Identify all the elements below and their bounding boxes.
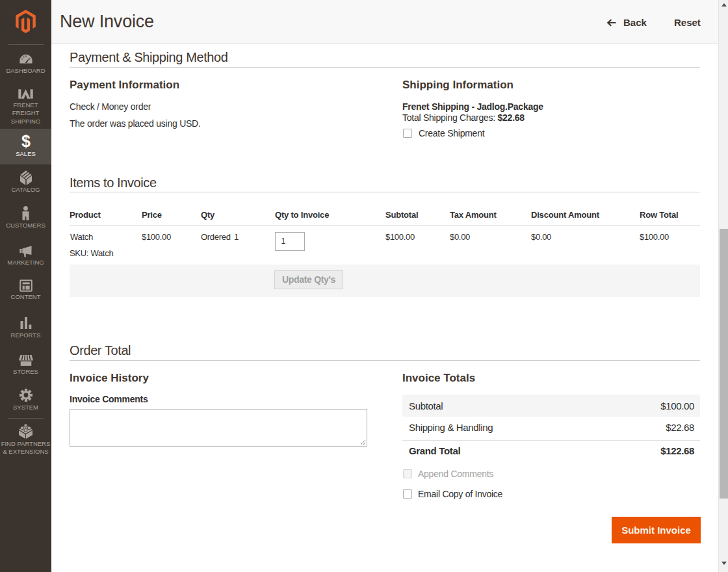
- svg-text:$: $: [21, 132, 31, 150]
